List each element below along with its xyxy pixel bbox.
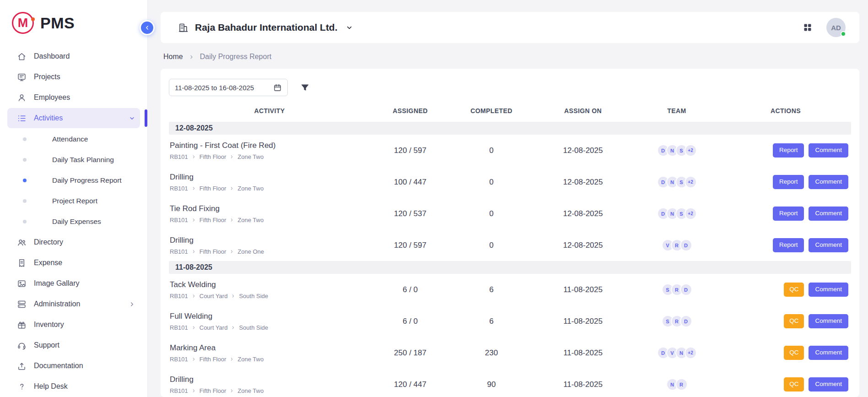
table-body: 12-08-2025Painting - First Coat (Fire Re… [169, 122, 851, 397]
path-segment: Fifth Floor [199, 387, 226, 394]
activity-row: DrillingRB101Fifth FloorZone Two120 / 44… [169, 369, 851, 397]
team-member-avatar: D [680, 239, 692, 251]
qc-button[interactable]: QC [784, 377, 804, 391]
chevron-right-icon [189, 54, 194, 60]
path-segment: RB101 [170, 324, 188, 331]
column-header-actions: ACTIONS [720, 107, 851, 114]
team-member-avatar: R [675, 378, 688, 391]
row-actions: QCComment [720, 346, 851, 359]
date-group-row: 11-08-2025 [169, 261, 851, 274]
comment-button[interactable]: Comment [809, 175, 848, 189]
sidebar-subitem-attendance[interactable]: Attendance [7, 129, 140, 149]
comment-button[interactable]: Comment [809, 377, 848, 391]
sidebar-item-expense[interactable]: Expense [7, 253, 140, 273]
team-more-badge: +2 [685, 144, 697, 157]
chevron-down-icon [129, 115, 135, 122]
path-segment: RB101 [170, 356, 188, 363]
column-header-assign-on: ASSIGN ON [533, 107, 633, 114]
apps-grid-button[interactable] [803, 22, 813, 33]
sidebar-item-help-desk[interactable]: Help Desk [7, 376, 140, 397]
gallery-icon [16, 278, 27, 288]
comment-button[interactable]: Comment [809, 314, 848, 328]
sidebar-subitem-label: Project Report [52, 197, 97, 205]
report-button[interactable]: Report [773, 238, 804, 252]
report-button[interactable]: Report [773, 175, 804, 189]
path-segment: Fifth Floor [199, 217, 226, 223]
sidebar-item-support[interactable]: Support [7, 335, 140, 355]
path-segment: Court Yard [199, 324, 228, 331]
logo-letter: M [18, 16, 28, 30]
user-avatar[interactable]: AD [826, 18, 846, 37]
sidebar-subitem-daily-task-planning[interactable]: Daily Task Planning [7, 149, 140, 170]
activity-name: Drilling [170, 236, 370, 245]
sidebar-item-projects[interactable]: Projects [7, 67, 140, 87]
date-range-input[interactable]: 11-08-2025 to 16-08-2025 [169, 79, 288, 96]
team-avatars: VRD [633, 239, 720, 251]
path-segment: South Side [239, 324, 268, 331]
company-name: Raja Bahadur International Ltd. [195, 22, 338, 33]
chevron-right-icon [231, 325, 236, 330]
activity-name: Tack Welding [170, 280, 370, 289]
path-segment: RB101 [170, 293, 188, 299]
sidebar-subitem-daily-progress-report[interactable]: Daily Progress Report [7, 170, 140, 190]
sidebar-menu: DashboardProjectsEmployeesActivitiesAtte… [0, 46, 147, 397]
breadcrumb-current: Daily Progress Report [200, 53, 272, 61]
sidebar-subitem-project-report[interactable]: Project Report [7, 190, 140, 211]
qc-button[interactable]: QC [784, 346, 804, 359]
sidebar-item-label: Projects [34, 73, 60, 81]
qc-button[interactable]: QC [784, 283, 804, 296]
activity-row: Full WeldingRB101Court YardSouth Side6 /… [169, 305, 851, 337]
sidebar-item-image-gallary[interactable]: Image Gallary [7, 273, 140, 294]
activity-row: Painting - First Coat (Fire Red)RB101Fif… [169, 135, 851, 166]
administration-icon [16, 299, 27, 309]
sidebar-item-label: Help Desk [34, 382, 68, 391]
sidebar-item-documentation[interactable]: Documentation [7, 356, 140, 376]
sidebar-collapse-button[interactable] [140, 20, 155, 35]
comment-button[interactable]: Comment [809, 207, 848, 220]
chevron-right-icon [191, 154, 196, 159]
report-button[interactable]: Report [773, 143, 804, 157]
team-member-avatar: D [680, 315, 692, 327]
activity-row: Tack WeldingRB101Court YardSouth Side6 /… [169, 274, 851, 305]
team-member-avatar: D [680, 283, 692, 296]
team-avatars: SRD [633, 283, 720, 296]
filter-button[interactable] [300, 83, 310, 92]
assigned-value: 120 / 597 [370, 146, 450, 155]
sidebar-item-activities[interactable]: Activities [7, 108, 140, 128]
path-segment: Fifth Floor [199, 356, 226, 363]
comment-button[interactable]: Comment [809, 346, 848, 359]
company-selector[interactable]: Raja Bahadur International Ltd. [178, 22, 353, 33]
sidebar-item-inventory[interactable]: Inventory [7, 315, 140, 335]
activity-name: Tie Rod Fixing [170, 204, 370, 213]
sidebar-subitem-label: Daily Progress Report [52, 176, 122, 185]
comment-button[interactable]: Comment [809, 238, 848, 252]
sidebar-item-employees[interactable]: Employees [7, 87, 140, 108]
comment-button[interactable]: Comment [809, 283, 848, 296]
qc-button[interactable]: QC [784, 314, 804, 328]
sidebar-item-directory[interactable]: Directory [7, 232, 140, 252]
chevron-right-icon [229, 218, 234, 223]
bullet-dot [23, 199, 27, 203]
assign-on-date: 11-08-2025 [533, 317, 633, 326]
report-button[interactable]: Report [773, 207, 804, 220]
app-root: M PMS DashboardProjectsEmployeesActiviti… [0, 0, 868, 397]
path-segment: Fifth Floor [199, 153, 226, 160]
sidebar-item-administration[interactable]: Administration [7, 294, 140, 314]
sidebar-item-dashboard[interactable]: Dashboard [7, 46, 140, 66]
chevron-right-icon [191, 357, 196, 362]
sidebar-header: M PMS [0, 0, 147, 46]
breadcrumb-home[interactable]: Home [163, 53, 183, 61]
path-segment: Court Yard [199, 293, 228, 299]
path-segment: Zone Two [237, 217, 264, 223]
comment-button[interactable]: Comment [809, 143, 848, 157]
assigned-value: 120 / 597 [370, 241, 450, 250]
team-more-badge: +2 [685, 347, 697, 359]
path-segment: RB101 [170, 248, 188, 255]
activity-location-path: RB101Court YardSouth Side [170, 293, 370, 299]
progress-table: ACTIVITYASSIGNEDCOMPLETEDASSIGN ONTEAMAC… [169, 103, 851, 397]
sidebar-subitem-daily-expenses[interactable]: Daily Expenses [7, 211, 140, 232]
team-avatars: DNS+2 [633, 207, 720, 220]
group-date: 11-08-2025 [175, 263, 212, 271]
team-more-badge: +2 [685, 176, 697, 188]
funnel-icon [300, 83, 310, 92]
